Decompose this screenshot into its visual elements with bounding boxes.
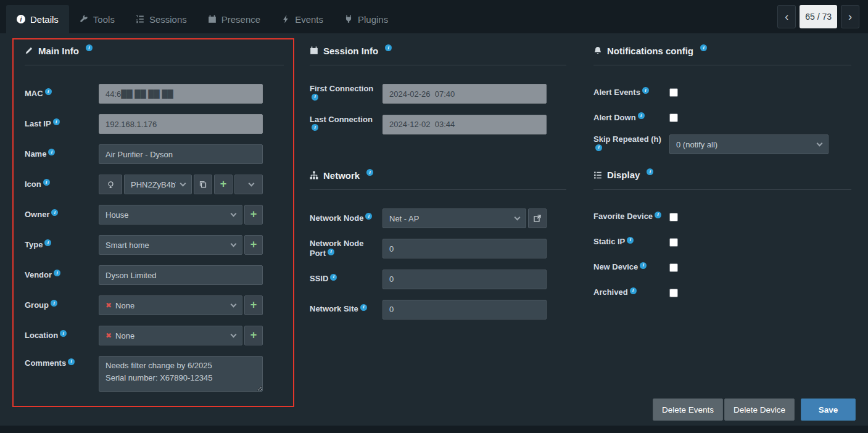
delete-events-button[interactable]: Delete Events <box>653 398 723 421</box>
last-connection-input[interactable] <box>382 115 547 134</box>
last-connection-row: Last Connectioni <box>310 115 566 135</box>
chevron-down-icon <box>231 210 237 216</box>
alert-events-checkbox[interactable] <box>669 88 678 97</box>
new-device-checkbox[interactable] <box>669 263 678 272</box>
device-icon-preview-button[interactable] <box>99 175 122 194</box>
save-button[interactable]: Save <box>801 398 856 421</box>
expand-icon-list-button[interactable] <box>234 175 263 194</box>
chevron-right-icon: › <box>848 10 852 23</box>
info-icon: i <box>627 237 634 244</box>
tab-sessions[interactable]: Sessions <box>125 5 197 33</box>
pager-prev-button[interactable]: ‹ <box>777 5 796 28</box>
icon-row: Iconi PHN2ZyB4bV + <box>25 175 284 194</box>
favorite-device-label: Favorite Devicei <box>593 212 669 221</box>
archived-checkbox[interactable] <box>669 289 678 297</box>
copy-icon-button[interactable] <box>194 175 212 194</box>
divider <box>593 65 851 65</box>
tab-presence[interactable]: Presence <box>197 5 271 33</box>
last-ip-input[interactable] <box>99 114 263 134</box>
icon-label: Iconi <box>25 179 99 189</box>
add-icon-button[interactable]: + <box>214 175 233 194</box>
top-tab-bar: Details Tools Sessions Presence Events P… <box>0 0 868 33</box>
type-label: Typei <box>25 240 99 250</box>
info-icon: i <box>60 330 67 337</box>
go-to-node-button[interactable] <box>528 208 547 228</box>
mac-row: MACi <box>25 84 284 104</box>
location-select[interactable]: ✖None <box>99 326 242 345</box>
add-location-button[interactable]: + <box>244 326 263 345</box>
location-label: Locationi <box>25 331 99 340</box>
network-node-port-input[interactable] <box>382 239 547 258</box>
info-icon: i <box>595 144 602 151</box>
info-icon: i <box>330 274 337 281</box>
delete-device-button[interactable]: Delete Device <box>724 398 795 421</box>
alert-down-checkbox[interactable] <box>669 113 678 122</box>
ssid-input[interactable] <box>382 270 547 289</box>
skip-repeated-select[interactable]: 0 (notify all) <box>669 134 829 154</box>
first-connection-row: First Connectioni <box>310 84 566 104</box>
info-icon: i <box>43 179 50 186</box>
skip-repeated-label: Skip Repeated (h)i <box>593 134 669 155</box>
group-row: Groupi ✖None + <box>25 295 284 315</box>
info-icon: i <box>45 88 52 95</box>
info-icon: i <box>365 213 372 220</box>
add-group-button[interactable]: + <box>244 295 263 315</box>
info-icon: i <box>366 169 373 176</box>
comments-row: Commentsi Needs filter change by 6/2025 … <box>25 356 284 392</box>
tab-label: Plugins <box>358 14 388 25</box>
chevron-down-icon <box>231 241 237 247</box>
alert-down-row: Alert Downi <box>593 109 851 126</box>
add-owner-button[interactable]: + <box>244 205 263 225</box>
static-ip-row: Static IPi <box>593 234 851 251</box>
favorite-device-checkbox[interactable] <box>669 213 678 221</box>
info-icon: i <box>630 287 637 294</box>
network-node-label: Network Nodei <box>310 213 382 223</box>
group-select[interactable]: ✖None <box>99 295 242 315</box>
mac-input[interactable] <box>99 84 263 104</box>
icon-base64-select[interactable]: PHN2ZyB4bV <box>124 175 192 194</box>
comments-textarea[interactable]: Needs filter change by 6/2025 Serial num… <box>99 356 263 392</box>
type-select[interactable]: Smart home <box>99 235 242 255</box>
favorite-device-row: Favorite Devicei <box>593 208 851 226</box>
vendor-input[interactable] <box>99 265 263 285</box>
name-input[interactable] <box>99 144 263 164</box>
chevron-left-icon: ‹ <box>785 10 788 23</box>
pager-next-button[interactable]: › <box>841 5 859 28</box>
vendor-row: Vendori <box>25 265 284 285</box>
tab-plugins[interactable]: Plugins <box>334 5 399 33</box>
add-type-button[interactable]: + <box>244 235 263 255</box>
tasks-icon <box>593 171 602 179</box>
name-row: Namei <box>25 144 284 164</box>
tab-label: Events <box>295 14 323 25</box>
info-icon: i <box>385 44 392 51</box>
section-title: Session Info <box>323 46 378 56</box>
archived-label: Archivedi <box>593 287 669 297</box>
network-site-label: Network Sitei <box>310 304 382 314</box>
new-device-label: New Devicei <box>593 262 669 272</box>
device-pager: ‹ 65 / 73 › <box>777 5 859 28</box>
first-connection-label: First Connectioni <box>310 84 382 104</box>
column-right: Notifications config i Alert Eventsi Ale… <box>593 44 851 310</box>
static-ip-label: Static IPi <box>593 237 669 247</box>
network-site-input[interactable] <box>382 300 547 320</box>
static-ip-checkbox[interactable] <box>669 238 678 247</box>
tab-tools[interactable]: Tools <box>69 5 125 33</box>
group-label: Groupi <box>25 300 99 310</box>
owner-select[interactable]: House <box>99 205 242 225</box>
info-icon: i <box>328 249 334 255</box>
info-icon: i <box>655 212 661 218</box>
plus-icon: + <box>220 178 227 189</box>
tab-details[interactable]: Details <box>6 5 69 33</box>
tab-label: Presence <box>221 14 260 25</box>
info-icon: i <box>86 44 93 51</box>
tab-events[interactable]: Events <box>271 5 334 33</box>
calendar-icon <box>310 46 318 55</box>
first-connection-input[interactable] <box>382 84 547 104</box>
tab-label: Tools <box>93 14 115 25</box>
display-header: Display i <box>593 169 851 181</box>
last-connection-label: Last Connectioni <box>310 115 382 135</box>
network-node-select[interactable]: Net - AP <box>382 208 526 228</box>
location-row: Locationi ✖None + <box>25 326 284 345</box>
alert-events-row: Alert Eventsi <box>593 84 851 101</box>
info-icon: i <box>312 94 318 101</box>
